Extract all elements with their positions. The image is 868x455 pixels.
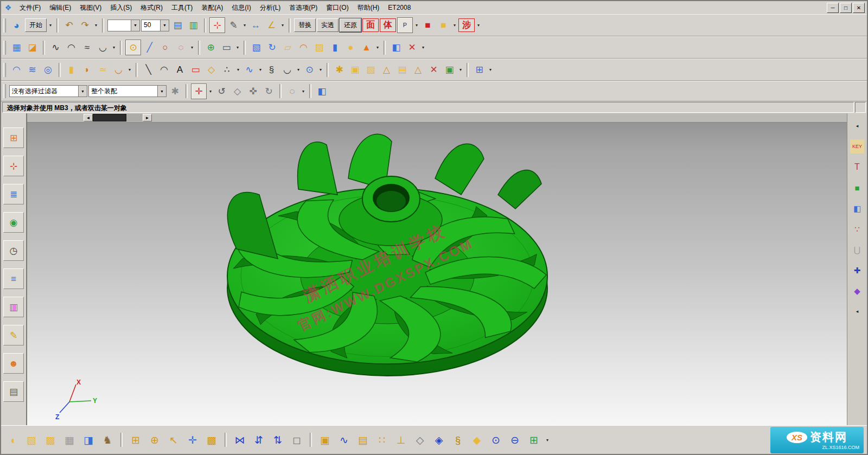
menu-assembly[interactable]: 装配(A) xyxy=(197,2,227,14)
product-interface-icon[interactable]: ▤ xyxy=(355,432,371,448)
wireframe-box-blue-icon[interactable]: ◈ xyxy=(431,432,447,448)
information-icon[interactable]: ≡ xyxy=(3,268,24,289)
revolve-icon[interactable]: ↻ xyxy=(265,40,279,55)
rail-collapse-arrow-bottom[interactable]: ◂ xyxy=(850,304,864,318)
delete-body-icon[interactable]: ✕ xyxy=(405,40,419,55)
select-tool-icon[interactable]: ⊹ xyxy=(209,17,225,33)
status-corner-box[interactable] xyxy=(855,102,866,113)
tools-pen-icon[interactable]: ✎ xyxy=(3,325,24,345)
datum-plus-icon[interactable]: ⊞ xyxy=(526,432,542,448)
nx-app-icon[interactable]: ◕ xyxy=(9,18,24,33)
mirror-assembly-icon[interactable]: ⋈ xyxy=(232,432,248,448)
pan-tool-icon[interactable]: ✜ xyxy=(246,84,260,99)
sheet-body-icon[interactable]: ▱ xyxy=(280,40,295,55)
layer-category-icon[interactable]: ▥ xyxy=(186,18,201,33)
reuse-library-icon[interactable]: ◉ xyxy=(3,212,24,233)
tube-icon[interactable]: ⊙ xyxy=(302,62,317,77)
move-component-icon[interactable]: ↖ xyxy=(165,432,182,448)
replace-button[interactable]: 替换 xyxy=(294,18,316,32)
wireframe-box-icon[interactable]: ◇ xyxy=(412,432,428,448)
spring-icon[interactable]: § xyxy=(450,432,466,448)
menu-analysis[interactable]: 分析(L) xyxy=(256,2,285,14)
curve-mesh-icon[interactable]: ◡ xyxy=(111,62,126,77)
polygon-icon[interactable]: ◇ xyxy=(204,62,219,77)
graphics-viewport[interactable]: ◄ ► xyxy=(27,113,847,425)
point-set-icon[interactable]: ∴ xyxy=(220,62,234,77)
constraint-navigator-icon[interactable]: ⊹ xyxy=(3,156,24,176)
assembly-constraints-icon[interactable]: ✛ xyxy=(184,432,201,448)
menu-help[interactable]: 帮助(H) xyxy=(353,2,384,14)
selection-scope-combo-arrow[interactable]: ▼ xyxy=(157,86,166,97)
sketch-in-task-icon[interactable]: ◪ xyxy=(25,40,40,55)
rect-select-icon[interactable]: ◌ xyxy=(285,84,299,99)
layer-settings-icon[interactable]: ▤ xyxy=(170,18,185,33)
red-cube-icon[interactable]: ■ xyxy=(420,18,435,33)
curve-arc-icon[interactable]: ◠ xyxy=(64,40,79,55)
helix-icon[interactable]: § xyxy=(264,62,279,77)
menu-information[interactable]: 信息(I) xyxy=(227,2,255,14)
menu-file[interactable]: 文件(F) xyxy=(15,2,45,14)
start-button-dropdown[interactable]: ▾ xyxy=(48,23,53,28)
wave-geometry-icon[interactable]: ∿ xyxy=(336,432,352,448)
body-button[interactable]: 体 xyxy=(380,18,396,32)
rotate-tool-icon[interactable]: ↻ xyxy=(261,84,276,99)
app-icon[interactable]: ❖ xyxy=(3,3,13,12)
interpart-link-icon[interactable]: ▣ xyxy=(317,432,333,448)
explode-icon[interactable]: ◻ xyxy=(289,432,305,448)
undo-view-icon[interactable]: ↺ xyxy=(214,84,229,99)
work-layer-combo[interactable]: 50▼ xyxy=(141,20,169,31)
trim-body-icon[interactable]: ◧ xyxy=(389,40,404,55)
measure-angle-icon[interactable]: ∠ xyxy=(264,18,279,33)
selection-filter-combo-arrow[interactable]: ▼ xyxy=(78,86,87,97)
gold-cube-icon[interactable]: ■ xyxy=(436,18,451,33)
part-navigator-icon[interactable]: ≣ xyxy=(3,184,24,204)
resource-panel-icon[interactable]: ▤ xyxy=(3,381,24,402)
boss-gold-icon[interactable]: ▩ xyxy=(42,432,59,448)
start-button[interactable]: 开始 xyxy=(25,18,47,32)
snapshot-p-icon-dropdown[interactable]: ▾ xyxy=(414,23,419,28)
tee-feature-icon[interactable]: ⊥ xyxy=(393,432,409,448)
menu-et2008[interactable]: ET2008 xyxy=(384,2,415,13)
cylinder-gold-icon[interactable]: ▮ xyxy=(64,62,79,77)
block-gold-icon[interactable]: ▧ xyxy=(23,432,40,448)
cone-icon[interactable]: ▲ xyxy=(359,40,374,55)
rect-select-icon-dropdown[interactable]: ▾ xyxy=(301,89,306,94)
selection-scope-combo[interactable]: 整个装配▼ xyxy=(88,85,167,97)
cavity-grid-icon[interactable]: ▦ xyxy=(61,432,78,448)
restore-button[interactable]: 还原 xyxy=(340,18,361,32)
info-note-icon[interactable]: ⊙ xyxy=(488,432,504,448)
swept-icon[interactable]: ◠ xyxy=(296,40,311,55)
she-button-dropdown[interactable]: ▾ xyxy=(476,23,481,28)
purple-part-icon[interactable]: ◆ xyxy=(850,284,864,298)
bridge-curve-icon[interactable]: ◡ xyxy=(280,62,295,77)
add-component-icon[interactable]: ⊞ xyxy=(127,432,144,448)
menu-edit[interactable]: 编辑(E) xyxy=(45,2,75,14)
thicken-icon[interactable]: ▣ xyxy=(348,62,362,77)
hole-plate-icon[interactable]: ∵ xyxy=(850,222,864,236)
translucent-button[interactable]: 实透 xyxy=(317,18,339,32)
rect-tool-icon[interactable]: ▭ xyxy=(219,40,234,55)
tube-icon-dropdown[interactable]: ▾ xyxy=(318,67,323,72)
delete-body-icon-dropdown[interactable]: ▾ xyxy=(420,45,426,50)
xform-icon-dropdown[interactable]: ▾ xyxy=(488,67,493,72)
rectangle-icon[interactable]: ▭ xyxy=(188,62,203,77)
ruled-surface-icon[interactable]: ◠ xyxy=(9,62,24,77)
knight-roles-icon[interactable]: ♞ xyxy=(99,432,116,448)
curve-spline-icon-dropdown[interactable]: ▾ xyxy=(111,45,117,50)
pattern-feature-icon[interactable]: ∷ xyxy=(374,432,390,448)
sketch-icon[interactable]: ▦ xyxy=(9,40,24,55)
maximize-button[interactable]: □ xyxy=(840,3,852,13)
curve-spline-icon[interactable]: ◡ xyxy=(95,40,110,55)
datum-plus-icon-dropdown[interactable]: ▾ xyxy=(545,438,550,443)
gem-icon[interactable]: ◆ xyxy=(469,432,485,448)
gears-icon[interactable]: ✱ xyxy=(168,84,182,99)
blue-plus-icon[interactable]: ✚ xyxy=(850,263,864,277)
snap-point-icon-dropdown[interactable]: ▾ xyxy=(208,89,213,94)
remove-param-icon[interactable]: ⊖ xyxy=(507,432,523,448)
menu-tools[interactable]: 工具(T) xyxy=(167,2,197,14)
sphere-icon[interactable]: ● xyxy=(343,40,358,55)
tool-post-icon[interactable]: T xyxy=(850,160,864,174)
menu-preferences[interactable]: 首选项(P) xyxy=(285,2,322,14)
cylinder-icon[interactable]: ▮ xyxy=(328,40,342,55)
key-icon[interactable]: KEY xyxy=(850,139,864,153)
